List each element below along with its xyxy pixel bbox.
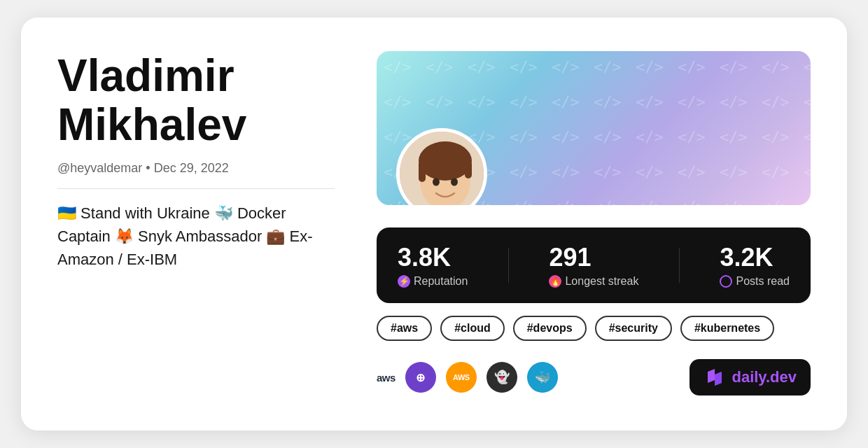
tag-security[interactable]: #security xyxy=(595,316,672,341)
svg-rect-8 xyxy=(465,161,472,178)
daily-logo-text: daily.dev xyxy=(732,368,797,386)
svg-point-6 xyxy=(419,141,472,181)
streak-label-text: Longest streak xyxy=(565,275,638,288)
bio-text: 🇺🇦 Stand with Ukraine 🐳 Docker Captain 🦊… xyxy=(57,202,335,271)
meta-separator: • xyxy=(146,161,153,175)
avatar-container xyxy=(396,128,487,205)
reputation-label-text: Reputation xyxy=(414,275,468,288)
badge-docker: 🐳 xyxy=(527,362,558,393)
tag-cloud[interactable]: #cloud xyxy=(440,316,505,341)
avatar xyxy=(396,128,487,205)
profile-left: Vladimir Mikhalev @heyvaldemar • Dec 29,… xyxy=(57,51,335,397)
badges-row: aws ⊕ AWS 👻 🐳 daily.dev xyxy=(377,359,811,396)
streak-value: 291 xyxy=(549,243,591,272)
tag-kubernetes[interactable]: #kubernetes xyxy=(680,316,774,341)
badge-ghost: 👻 xyxy=(486,362,517,393)
profile-card: Vladimir Mikhalev @heyvaldemar • Dec 29,… xyxy=(21,18,847,430)
stats-bar: 3.8K ⚡ Reputation 291 🔥 Longest streak 3… xyxy=(377,227,811,303)
username: @heyvaldemar xyxy=(57,161,142,175)
streak-icon: 🔥 xyxy=(549,275,561,288)
daily-name: daily xyxy=(732,368,766,386)
daily-branding: daily.dev xyxy=(690,359,811,396)
tag-aws[interactable]: #aws xyxy=(377,316,432,341)
posts-value: 3.2K xyxy=(720,243,773,272)
stat-reputation: 3.8K ⚡ Reputation xyxy=(398,243,468,288)
reputation-value: 3.8K xyxy=(398,243,451,272)
posts-label: Posts read xyxy=(720,275,789,288)
badge-icons: aws ⊕ AWS 👻 🐳 xyxy=(377,362,558,393)
badge-aws-text: aws xyxy=(377,372,396,384)
reputation-label: ⚡ Reputation xyxy=(398,275,468,288)
streak-label: 🔥 Longest streak xyxy=(549,275,638,288)
svg-point-10 xyxy=(451,178,458,186)
stat-divider-2 xyxy=(679,248,680,283)
stat-divider-1 xyxy=(508,248,509,283)
reputation-icon: ⚡ xyxy=(398,275,410,288)
profile-meta: @heyvaldemar • Dec 29, 2022 xyxy=(57,161,335,176)
badge-aws-orange: AWS xyxy=(446,362,477,393)
stat-posts: 3.2K Posts read xyxy=(720,243,789,288)
svg-rect-7 xyxy=(419,161,426,182)
profile-name: Vladimir Mikhalev xyxy=(57,51,335,150)
tag-devops[interactable]: #devops xyxy=(513,316,587,341)
divider xyxy=(57,188,335,189)
profile-right: </> xyxy=(377,51,811,397)
posts-icon xyxy=(720,275,732,288)
svg-point-9 xyxy=(433,178,440,186)
profile-banner: </> xyxy=(377,51,811,205)
stat-streak: 291 🔥 Longest streak xyxy=(549,243,638,288)
daily-logo-icon xyxy=(704,366,726,388)
daily-dot-dev: .dev xyxy=(766,368,797,386)
join-date: Dec 29, 2022 xyxy=(154,161,229,175)
posts-label-text: Posts read xyxy=(736,275,789,288)
avatar-svg xyxy=(400,132,487,205)
badge-snyk: ⊕ xyxy=(405,362,436,393)
tags-row: #aws #cloud #devops #security #kubernete… xyxy=(377,316,811,341)
